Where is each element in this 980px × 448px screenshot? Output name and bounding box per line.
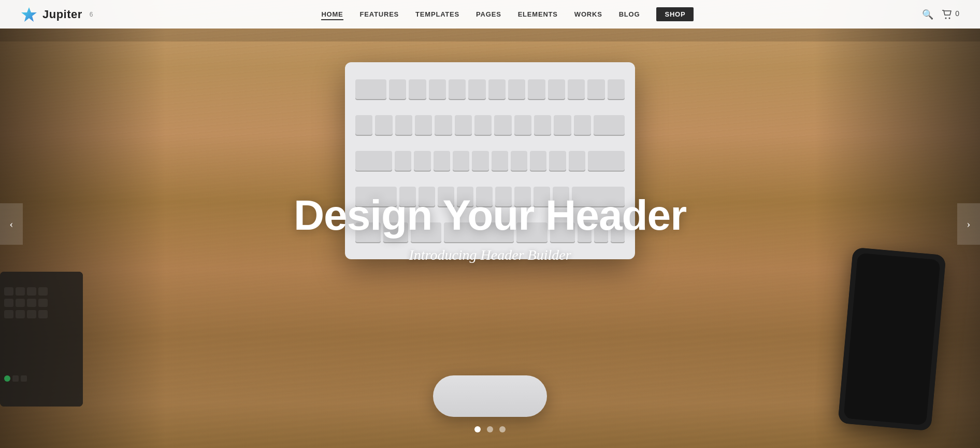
key [594, 115, 625, 135]
key [574, 115, 591, 135]
key [548, 79, 565, 99]
slider-dot-2[interactable] [487, 426, 493, 432]
key [588, 151, 625, 171]
key [409, 79, 426, 99]
key [472, 151, 488, 171]
svg-rect-15 [21, 375, 27, 382]
key [395, 115, 412, 135]
key [530, 151, 546, 171]
key [455, 115, 472, 135]
svg-rect-8 [38, 299, 48, 307]
svg-rect-9 [4, 310, 13, 318]
nav-item-blog[interactable]: BLOG [619, 10, 640, 18]
key [395, 151, 411, 171]
key [508, 79, 525, 99]
key [514, 115, 531, 135]
key [414, 151, 430, 171]
key [389, 79, 406, 99]
logo-star-icon [21, 6, 37, 23]
key [494, 115, 511, 135]
hero-subtitle: Introducing Header Builder [257, 247, 723, 263]
slider-prev-button[interactable]: ‹ [0, 203, 23, 245]
nav-item-shop[interactable]: SHOP [656, 7, 694, 21]
hero-title: Design Your Header [257, 192, 723, 239]
key [434, 151, 450, 171]
key [355, 79, 386, 99]
svg-rect-10 [16, 310, 25, 318]
site-header: Jupiter 6 HOME FEATURES TEMPLATES PAGES … [0, 0, 980, 29]
key [468, 79, 485, 99]
hero-content: Design Your Header Introducing Header Bu… [257, 192, 723, 263]
slider-next-button[interactable]: › [957, 203, 980, 245]
svg-rect-6 [16, 299, 25, 307]
nav-item-features[interactable]: FEATURES [360, 10, 399, 18]
key [429, 79, 446, 99]
key [554, 115, 571, 135]
svg-rect-5 [4, 299, 13, 307]
prev-arrow-icon: ‹ [9, 217, 13, 231]
key [355, 151, 392, 171]
svg-point-19 [945, 17, 947, 19]
key [435, 115, 452, 135]
key [488, 79, 506, 99]
svg-rect-1 [4, 287, 13, 296]
slider-dot-3[interactable] [499, 426, 506, 432]
nav-item-home[interactable]: HOME [321, 10, 343, 18]
key [492, 151, 508, 171]
key [568, 79, 585, 99]
svg-rect-2 [16, 287, 25, 296]
key [549, 151, 566, 171]
cart-icon[interactable]: 0 [942, 9, 959, 19]
hero-section: Design Your Header Introducing Header Bu… [0, 0, 980, 448]
slider-dot-1[interactable] [474, 426, 481, 432]
search-icon[interactable]: 🔍 [922, 9, 933, 20]
key [534, 115, 551, 135]
nav-list: HOME FEATURES TEMPLATES PAGES ELEMENTS W… [321, 7, 694, 21]
main-nav: HOME FEATURES TEMPLATES PAGES ELEMENTS W… [321, 7, 694, 21]
svg-rect-7 [27, 299, 36, 307]
svg-point-20 [949, 17, 950, 19]
key [587, 79, 604, 99]
key [449, 79, 466, 99]
slider-dots [474, 426, 506, 432]
key [453, 151, 469, 171]
key [375, 115, 392, 135]
mouse-device [433, 375, 547, 417]
nav-item-elements[interactable]: ELEMENTS [518, 10, 558, 18]
key [474, 115, 492, 135]
next-arrow-icon: › [967, 217, 970, 231]
key [569, 151, 585, 171]
cart-count: 0 [955, 9, 959, 18]
header-icons: 🔍 0 [922, 9, 959, 20]
nav-item-templates[interactable]: TEMPLATES [415, 10, 459, 18]
key [608, 79, 625, 99]
phone-device [838, 247, 946, 431]
nav-item-works[interactable]: WORKS [574, 10, 602, 18]
key [415, 115, 432, 135]
key [511, 151, 527, 171]
svg-marker-18 [21, 7, 37, 22]
svg-rect-13 [4, 375, 10, 382]
svg-rect-4 [38, 287, 48, 296]
svg-rect-11 [27, 310, 36, 318]
key [528, 79, 545, 99]
svg-rect-3 [27, 287, 36, 296]
logo-text: Jupiter [42, 8, 82, 21]
nav-item-pages[interactable]: PAGES [476, 10, 501, 18]
left-device [0, 272, 83, 407]
svg-rect-17 [843, 253, 940, 426]
key [355, 115, 372, 135]
logo-version: 6 [90, 11, 93, 18]
svg-rect-14 [12, 375, 19, 382]
svg-rect-12 [38, 310, 48, 318]
logo-area[interactable]: Jupiter 6 [21, 6, 93, 23]
